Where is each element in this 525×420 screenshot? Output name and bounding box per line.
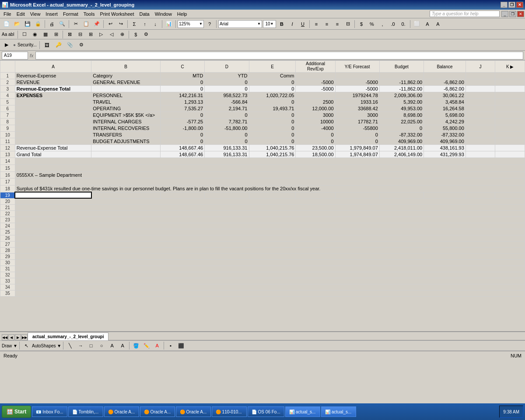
cell-K7[interactable] bbox=[495, 112, 525, 119]
align-center-button[interactable]: ≡ bbox=[322, 20, 332, 28]
sort-asc-button[interactable]: ↑ bbox=[140, 20, 150, 28]
row-num-24[interactable]: 24 bbox=[0, 223, 15, 229]
cell-A2[interactable]: REVENUE bbox=[15, 79, 91, 86]
col-E[interactable]: E bbox=[249, 61, 296, 73]
cell-H13[interactable]: 2,406,149.00 bbox=[379, 151, 424, 158]
sec-btn1[interactable]: 🖼 bbox=[42, 41, 52, 49]
cell-I1[interactable] bbox=[424, 73, 466, 79]
border-button[interactable]: ⬜ bbox=[412, 20, 422, 28]
cell-B9[interactable]: INTERNAL RECOVERIES bbox=[91, 125, 161, 132]
cell-B11[interactable]: BUDGET ADJUSTMENTS bbox=[91, 138, 161, 145]
col-J[interactable]: J bbox=[466, 61, 495, 73]
cell-G13[interactable]: 1,974,849.07 bbox=[335, 151, 379, 158]
cell-J19[interactable] bbox=[466, 192, 495, 198]
row-num-5[interactable]: 5 bbox=[0, 99, 15, 105]
tableview-button[interactable]: ▦ bbox=[41, 30, 50, 39]
type-help-minimize[interactable]: _ bbox=[501, 11, 508, 17]
sec-btn4[interactable]: ⚙ bbox=[77, 41, 86, 49]
align-left-button[interactable]: ≡ bbox=[312, 20, 321, 28]
cell-H3[interactable]: -11,862.00 bbox=[379, 86, 424, 92]
col-C[interactable]: C bbox=[160, 61, 204, 73]
cell-F10[interactable]: 0 bbox=[296, 132, 335, 138]
cell-C11[interactable]: 0 bbox=[160, 138, 204, 145]
cell-A12[interactable]: Revenue-Expense Total bbox=[15, 145, 91, 151]
dec-decrease-button[interactable]: 0. bbox=[399, 20, 408, 28]
col-I[interactable]: Balance bbox=[424, 61, 466, 73]
cell-F3[interactable]: -5000 bbox=[296, 86, 335, 92]
row-num-23[interactable]: 23 bbox=[0, 217, 15, 223]
row-num-3[interactable]: 3 bbox=[0, 86, 15, 92]
taskbar-item-5[interactable]: 🟠 110-010... bbox=[212, 406, 247, 417]
cell-B10[interactable]: TRANSFERS bbox=[91, 132, 161, 138]
row-num-29[interactable]: 29 bbox=[0, 253, 15, 259]
cell-I11[interactable]: 409,969.00 bbox=[424, 138, 466, 145]
align-right-button[interactable]: ≡ bbox=[332, 20, 342, 28]
sheet-prev-btn[interactable]: ◀ bbox=[8, 334, 14, 340]
redo-button[interactable]: ↪ bbox=[116, 20, 126, 28]
sort-desc-button[interactable]: ↓ bbox=[150, 20, 160, 28]
cell-E11[interactable]: 0 bbox=[249, 138, 296, 145]
sheet-next-btn[interactable]: ▶ bbox=[15, 334, 21, 340]
sheet-last-btn[interactable]: ▶▶ bbox=[21, 334, 28, 340]
cell-C13[interactable]: 148,667.46 bbox=[160, 151, 204, 158]
cell-I13[interactable]: 431,299.93 bbox=[424, 151, 466, 158]
cell-A4[interactable]: EXPENSES bbox=[15, 92, 91, 99]
cell-E1[interactable]: Comm bbox=[249, 73, 296, 79]
cell-F5[interactable]: 2500 bbox=[296, 99, 335, 105]
cell-B13[interactable] bbox=[91, 151, 161, 158]
fill-color-button[interactable]: A bbox=[423, 20, 432, 28]
cell-H2[interactable]: -11,862.00 bbox=[379, 79, 424, 86]
group-button[interactable]: ⊟ bbox=[75, 30, 85, 39]
cell-D5[interactable]: -566.84 bbox=[205, 99, 249, 105]
open-button[interactable]: 📂 bbox=[12, 20, 22, 28]
cell-D6[interactable]: 2,194.71 bbox=[205, 105, 249, 112]
format-btn2[interactable]: ⚙ bbox=[141, 30, 151, 39]
menu-view[interactable]: View bbox=[28, 10, 43, 18]
sigma-button[interactable]: Σ bbox=[130, 20, 139, 28]
taskbar-item-8[interactable]: 📊 actual_s... bbox=[321, 406, 356, 417]
row-num-34[interactable]: 34 bbox=[0, 284, 15, 290]
cell-K11[interactable] bbox=[495, 138, 525, 145]
cell-E4[interactable]: 1,020,722.05 bbox=[249, 92, 296, 99]
cell-B1[interactable]: Category bbox=[91, 73, 161, 79]
taskbar-item-3[interactable]: 🟠 Oracle A... bbox=[140, 406, 175, 417]
menu-file[interactable]: File bbox=[1, 10, 14, 18]
cell-A18[interactable]: Surplus of $431k resulted due one-time s… bbox=[15, 186, 525, 192]
cell-G7[interactable]: 3000 bbox=[335, 112, 379, 119]
cell-15-empty[interactable] bbox=[15, 165, 525, 172]
row-num-1[interactable]: 1 bbox=[0, 73, 15, 79]
rect-btn[interactable]: □ bbox=[86, 341, 96, 350]
menu-help[interactable]: Help bbox=[175, 10, 190, 18]
cell-I7[interactable]: 5,698.00 bbox=[424, 112, 466, 119]
cell-I3[interactable]: -6,862.00 bbox=[424, 86, 466, 92]
cell-B6[interactable]: OPERATING bbox=[91, 105, 161, 112]
autoshapes-label[interactable]: AutoShapes ▼ bbox=[32, 343, 61, 348]
close-button[interactable]: ✕ bbox=[516, 2, 523, 8]
cell-E8[interactable]: 0 bbox=[249, 119, 296, 125]
line-color-btn[interactable]: ✏️ bbox=[142, 341, 151, 350]
cell-A9[interactable] bbox=[15, 125, 91, 132]
col-K[interactable]: K ▶ bbox=[495, 61, 525, 73]
cell-B12[interactable] bbox=[91, 145, 161, 151]
start-button[interactable]: 🪟 Start bbox=[2, 406, 31, 418]
help-search-box[interactable]: Type a question for help bbox=[430, 10, 500, 17]
cell-G5[interactable]: 1933.16 bbox=[335, 99, 379, 105]
row-num-21[interactable]: 21 bbox=[0, 204, 15, 210]
sheet-tab-active[interactable]: actual_summary_-_2_level_groupi bbox=[28, 332, 108, 340]
cell-G9[interactable]: -55800 bbox=[335, 125, 379, 132]
row-num-33[interactable]: 33 bbox=[0, 278, 15, 284]
chart-button[interactable]: 📊 bbox=[164, 20, 174, 28]
cell-E10[interactable]: 0 bbox=[249, 132, 296, 138]
cell-F2[interactable]: -5000 bbox=[296, 79, 335, 86]
tb2-btn5[interactable]: ◁ bbox=[107, 30, 116, 39]
cell-C3[interactable]: 0 bbox=[160, 86, 204, 92]
cell-F19[interactable] bbox=[296, 192, 335, 198]
security-label[interactable]: Security... bbox=[18, 42, 37, 47]
font-color-button[interactable]: A bbox=[433, 20, 443, 28]
dec-increase-button[interactable]: .0 bbox=[388, 20, 398, 28]
row-num-25[interactable]: 25 bbox=[0, 229, 15, 235]
cell-D9[interactable]: -51,800.00 bbox=[205, 125, 249, 132]
cell-I2[interactable]: -6,862.00 bbox=[424, 79, 466, 86]
cell-K1[interactable] bbox=[495, 73, 525, 79]
cut-button[interactable]: ✂ bbox=[71, 20, 80, 28]
